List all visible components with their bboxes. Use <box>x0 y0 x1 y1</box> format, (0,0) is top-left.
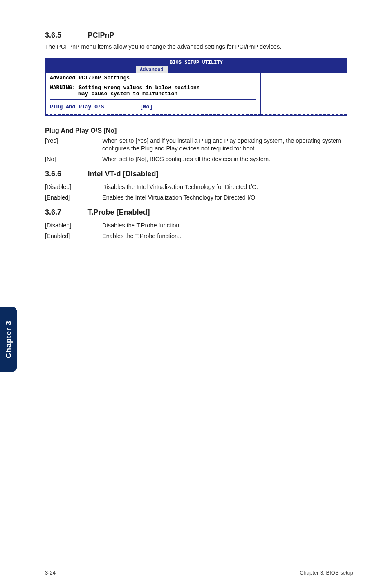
section-title-365: PCIPnP <box>87 31 114 39</box>
bios-tab-advanced[interactable]: Advanced <box>136 66 168 73</box>
bios-item-plug-and-play[interactable]: Plug And Play O/S [No] <box>50 104 256 110</box>
bios-item-value: [No] <box>140 104 152 110</box>
vtd-disabled-def: Disables the Intel Virtualization Techno… <box>102 183 353 191</box>
plugplay-heading: Plug And Play O/S [No] <box>45 127 353 135</box>
plugplay-yes-term: [Yes] <box>45 137 102 153</box>
footer-page-number: 3-24 <box>45 570 56 576</box>
chapter-sidebar-tab: Chapter 3 <box>0 307 17 372</box>
bios-header: BIOS SETUP UTILITY <box>46 59 347 66</box>
tprobe-disabled-def: Disables the T.Probe function. <box>102 222 353 230</box>
plugplay-yes-def: When set to [Yes] and if you install a P… <box>102 137 353 153</box>
section-number-367: 3.6.7 <box>45 208 86 217</box>
bios-warning-text: WARNING: Setting wrong values in below s… <box>50 85 256 100</box>
bios-tab-row: Advanced <box>46 66 347 73</box>
footer-chapter-label: Chapter 3: BIOS setup <box>300 570 353 576</box>
chapter-sidebar-label: Chapter 3 <box>4 321 13 358</box>
section-number-365: 3.6.5 <box>45 31 86 40</box>
tprobe-enabled-term: [Enabled] <box>45 232 102 240</box>
bios-panel-heading: Advanced PCI/PnP Settings <box>50 75 256 83</box>
vtd-enabled-def: Enables the Intel Virtualization Technol… <box>102 194 353 202</box>
plugplay-no-def: When set to [No], BIOS configures all th… <box>102 155 353 164</box>
page-footer: 3-24 Chapter 3: BIOS setup <box>45 567 353 576</box>
bios-right-panel <box>261 73 347 115</box>
vtd-enabled-term: [Enabled] <box>45 194 102 202</box>
bios-setup-box: BIOS SETUP UTILITY Advanced Advanced PCI… <box>45 58 347 116</box>
section-intro-365: The PCI PnP menu items allow you to chan… <box>45 43 353 51</box>
section-title-366: Intel VT-d [Disabled] <box>87 170 158 178</box>
bios-item-label: Plug And Play O/S <box>50 104 140 110</box>
vtd-disabled-term: [Disabled] <box>45 183 102 191</box>
section-number-366: 3.6.6 <box>45 170 86 178</box>
tprobe-disabled-term: [Disabled] <box>45 222 102 230</box>
tprobe-enabled-def: Enables the T.Probe function.. <box>102 232 353 240</box>
section-title-367: T.Probe [Enabled] <box>87 208 150 216</box>
plugplay-no-term: [No] <box>45 155 102 164</box>
